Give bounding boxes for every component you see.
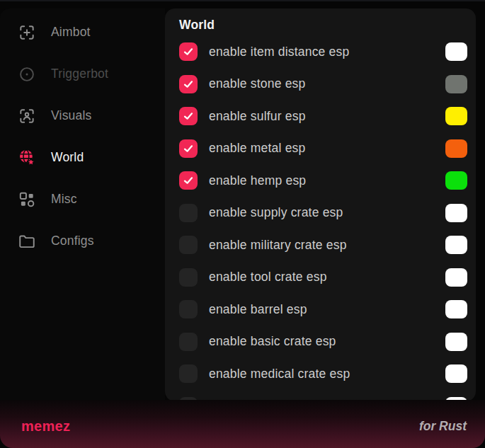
esp-option-row[interactable]: enable hemp esp bbox=[179, 171, 467, 190]
esp-option-row[interactable]: enable basic crate esp bbox=[179, 333, 467, 351]
footer-bar: memez for Rust bbox=[0, 400, 485, 448]
esp-color-swatch[interactable] bbox=[445, 333, 467, 351]
esp-checkbox[interactable] bbox=[179, 204, 198, 222]
sidebar-item-configs[interactable]: Configs bbox=[18, 220, 165, 262]
esp-option-label: enable medical crate esp bbox=[209, 367, 350, 381]
esp-option-label: enable tool crate esp bbox=[209, 270, 327, 285]
esp-option-label: enable military crate esp bbox=[209, 238, 347, 253]
esp-option-row[interactable]: enable supply crate esp bbox=[179, 204, 467, 222]
sidebar-item-triggerbot[interactable]: Triggerbot bbox=[18, 53, 165, 95]
brand-tagline: for Rust bbox=[419, 419, 467, 434]
esp-option-label: enable basic crate esp bbox=[209, 334, 336, 349]
esp-checkbox[interactable] bbox=[179, 333, 198, 351]
sidebar-item-label: World bbox=[51, 150, 84, 165]
sidebar-item-label: Configs bbox=[51, 234, 94, 248]
sidebar-item-label: Triggerbot bbox=[51, 67, 108, 81]
brand-name: memez bbox=[21, 418, 70, 435]
esp-option-label: enable hemp esp bbox=[209, 173, 306, 188]
esp-color-swatch[interactable] bbox=[445, 236, 467, 254]
sidebar-item-aimbot[interactable]: Aimbot bbox=[18, 11, 165, 53]
panel-title: World bbox=[179, 18, 467, 33]
main-area: Aimbot Triggerbot Visual bbox=[0, 8, 485, 401]
sidebar: Aimbot Triggerbot Visual bbox=[0, 8, 165, 401]
sidebar-item-label: Misc bbox=[51, 192, 77, 207]
esp-option-label: enable barrel esp bbox=[209, 302, 307, 317]
esp-option-label: enable item distance esp bbox=[209, 45, 349, 59]
esp-rows: enable item distance esp enable stone es… bbox=[179, 42, 467, 401]
esp-option-row[interactable]: enable item distance esp bbox=[179, 42, 467, 61]
esp-option-row[interactable]: enable stone esp bbox=[179, 75, 467, 93]
esp-color-swatch[interactable] bbox=[445, 139, 467, 158]
esp-checkbox[interactable] bbox=[179, 75, 198, 93]
cheat-menu-window: Aimbot Triggerbot Visual bbox=[0, 0, 485, 448]
triggerbot-icon bbox=[18, 65, 36, 84]
esp-checkbox[interactable] bbox=[179, 42, 198, 61]
esp-checkbox[interactable] bbox=[179, 364, 198, 383]
esp-option-row[interactable]: enable tool crate esp bbox=[179, 268, 467, 287]
aimbot-icon bbox=[18, 23, 36, 42]
esp-color-swatch[interactable] bbox=[445, 107, 467, 125]
esp-option-label: enable stone esp bbox=[209, 76, 306, 91]
visuals-icon bbox=[18, 107, 36, 125]
esp-option-row[interactable]: enable barrel esp bbox=[179, 300, 467, 318]
esp-color-swatch[interactable] bbox=[445, 300, 467, 318]
esp-color-swatch[interactable] bbox=[445, 364, 467, 383]
esp-option-row[interactable]: enable medical crate esp bbox=[179, 364, 467, 383]
misc-icon bbox=[18, 190, 36, 209]
esp-option-label: enable supply crate esp bbox=[209, 205, 343, 220]
sidebar-item-label: Visuals bbox=[51, 108, 92, 123]
configs-icon bbox=[18, 232, 36, 251]
esp-color-swatch[interactable] bbox=[445, 75, 467, 93]
esp-option-row[interactable]: enable sulfur esp bbox=[179, 107, 467, 125]
sidebar-item-label: Aimbot bbox=[51, 25, 91, 40]
esp-checkbox[interactable] bbox=[179, 268, 198, 287]
esp-option-label: enable sulfur esp bbox=[209, 109, 306, 124]
esp-option-label: enable metal esp bbox=[209, 141, 305, 156]
esp-checkbox[interactable] bbox=[179, 107, 198, 125]
world-panel: World enable item distance esp enable st… bbox=[165, 8, 476, 401]
esp-color-swatch[interactable] bbox=[445, 204, 467, 222]
sidebar-item-visuals[interactable]: Visuals bbox=[18, 95, 165, 137]
world-icon bbox=[18, 149, 36, 167]
sidebar-item-world[interactable]: World bbox=[18, 137, 165, 178]
esp-option-row[interactable]: enable military crate esp bbox=[179, 236, 467, 254]
esp-checkbox[interactable] bbox=[179, 139, 198, 158]
esp-color-swatch[interactable] bbox=[445, 171, 467, 190]
esp-checkbox[interactable] bbox=[179, 300, 198, 318]
esp-checkbox[interactable] bbox=[179, 171, 198, 190]
esp-checkbox[interactable] bbox=[179, 236, 198, 254]
esp-color-swatch[interactable] bbox=[445, 268, 467, 287]
sidebar-item-misc[interactable]: Misc bbox=[18, 178, 165, 220]
esp-color-swatch[interactable] bbox=[445, 42, 467, 61]
esp-option-row[interactable]: enable metal esp bbox=[179, 139, 467, 158]
